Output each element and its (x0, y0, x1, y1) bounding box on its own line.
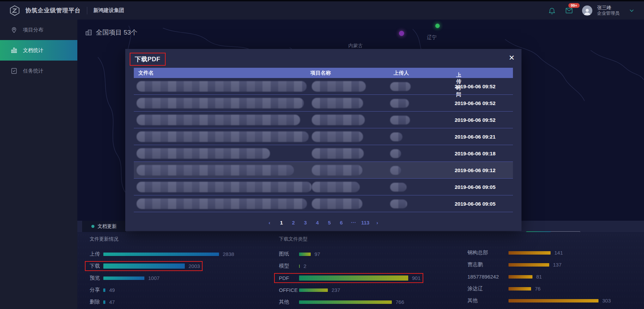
page-number[interactable]: 4 (313, 220, 322, 226)
prev-page-button[interactable]: ‹ (265, 220, 274, 226)
user-name: 张三峰 (597, 5, 619, 11)
table-row[interactable]: 2019-06-06 09:52 (134, 112, 513, 128)
bar-value: 1007 (148, 275, 159, 281)
upload-time: 2019-06-06 09:18 (455, 151, 495, 156)
map-marker-purple[interactable] (399, 31, 404, 36)
table-row[interactable]: 2019-06-06 09:52 (134, 95, 513, 112)
bar-value: 2003 (189, 263, 200, 269)
chevron-down-icon[interactable] (628, 7, 635, 14)
next-page-button[interactable]: › (373, 220, 382, 226)
bar[interactable] (508, 287, 531, 291)
close-icon[interactable]: ✕ (508, 54, 515, 61)
bar-label: 18577896242 (467, 274, 508, 280)
annotation-box: 下载PDF (130, 53, 166, 66)
bar-label: 模型 (279, 263, 299, 269)
notification-badge: 99+ (568, 3, 580, 8)
sidebar-item-label: 任务统计 (23, 68, 43, 74)
table-row[interactable]: 2019-06-06 09:18 (134, 145, 513, 162)
bar-value: 97 (314, 251, 320, 257)
column-header-uploader: 上传人 (394, 70, 409, 76)
page-number[interactable]: 2 (289, 220, 298, 226)
task-check-icon (10, 67, 18, 75)
bar[interactable] (508, 251, 551, 255)
table-row[interactable]: 2019-06-06 09:52 (134, 78, 513, 95)
modal-table-body: 2019-06-06 09:522019-06-06 09:522019-06-… (134, 78, 513, 212)
bar-row: 钢构总部141 (467, 247, 563, 259)
sidebar-item-项目分布[interactable]: 项目分布 (0, 20, 77, 40)
sort-descending-icon[interactable]: ↓ (459, 72, 462, 78)
bar-row: 其他303 (467, 295, 611, 307)
table-row[interactable]: 2019-06-06 09:12 (134, 162, 513, 179)
notification-bell-icon[interactable] (548, 7, 556, 15)
sidebar-item-任务统计[interactable]: 任务统计 (0, 61, 77, 81)
page-number[interactable]: 3 (301, 220, 310, 226)
bar-chart-icon (10, 47, 18, 54)
upload-time: 2019-06-06 09:05 (455, 184, 495, 190)
redacted-uploader (390, 183, 407, 192)
redacted-uploader (390, 149, 401, 158)
page-number[interactable]: 1 (277, 220, 286, 226)
bar-row: 1857789624281 (467, 271, 542, 283)
bar[interactable] (299, 253, 311, 256)
map-pin-icon (10, 26, 18, 34)
message-mail-icon[interactable]: 99+ (565, 7, 573, 15)
chart-file-updates: 文件更新情况 上传2838下载2003预览1007分享49删除47 (90, 236, 234, 308)
bar-value: 81 (536, 274, 542, 280)
chart-title: 文件更新情况 (90, 236, 234, 244)
redacted-uploader (390, 166, 401, 175)
redacted-project-name (312, 165, 362, 176)
table-row[interactable]: 2019-06-06 09:05 (134, 195, 513, 212)
region-label: 内蒙古 (348, 43, 363, 49)
page-number[interactable]: 113 (361, 220, 370, 226)
bar[interactable] (103, 300, 105, 304)
bar[interactable] (508, 299, 598, 302)
bar-row: 删除47 (90, 296, 115, 308)
bar[interactable] (103, 276, 144, 280)
redacted-file-name (137, 131, 309, 142)
files-table: 文件名 项目名称 上传人 上传时间↓ 2019-06-06 09:522019-… (134, 68, 513, 212)
bar[interactable] (103, 263, 185, 269)
redacted-project-name (312, 131, 363, 142)
bar-value: 2 (304, 263, 306, 269)
app-header: 协筑企业级管理平台 新鸿建设集团 99+ 张三峰 企 (0, 1, 644, 20)
map-marker-green[interactable] (435, 24, 440, 28)
table-row[interactable]: 2019-06-06 09:21 (134, 128, 513, 145)
bar[interactable] (299, 288, 328, 292)
bar-row: OFFICE237 (279, 284, 340, 296)
user-info: 张三峰 企业管理员 (597, 5, 619, 16)
bar-row: PDF901 (279, 272, 421, 284)
bar-row: 图纸97 (279, 248, 320, 260)
redacted-project-name (312, 98, 363, 108)
pagination: ‹123456⋯113› (125, 219, 521, 226)
chart-title: 下载文件类型 (279, 236, 421, 244)
bar-value: 47 (109, 299, 115, 305)
bar[interactable] (299, 300, 392, 304)
avatar[interactable] (582, 5, 592, 16)
bar[interactable] (299, 265, 300, 268)
download-pdf-modal: 下载PDF ✕ 文件名 项目名称 上传人 上传时间↓ 2019-06-06 09… (125, 49, 521, 231)
tab-document-update[interactable]: 文档更新 (82, 221, 126, 232)
table-row[interactable]: 2019-06-06 09:05 (134, 179, 513, 195)
user-role: 企业管理员 (597, 11, 619, 16)
redacted-file-name (137, 81, 307, 92)
bar[interactable] (103, 288, 105, 292)
page-number[interactable]: 5 (325, 220, 334, 226)
chart-download-file-types: 下载文件类型 图纸97模型2PDF901OFFICE237其他766 (279, 236, 421, 308)
bar-row: 上传2838 (90, 248, 234, 260)
project-count-label: 全国项目 53个 (96, 28, 137, 37)
column-header-project: 项目名称 (310, 70, 331, 76)
bar-label: OFFICE (279, 287, 299, 293)
bar-value: 901 (412, 275, 421, 281)
upload-time: 2019-06-06 09:21 (455, 134, 495, 140)
bar-value: 49 (109, 287, 115, 293)
bar-label: 上传 (90, 251, 103, 257)
bar[interactable] (103, 253, 219, 256)
bar[interactable] (508, 263, 549, 267)
sidebar-item-文档统计[interactable]: 文档统计 (0, 40, 77, 61)
column-header-filename: 文件名 (138, 70, 154, 76)
page-number[interactable]: 6 (337, 220, 346, 226)
bar[interactable] (508, 275, 532, 279)
upload-time: 2019-06-06 09:05 (455, 201, 495, 207)
bar[interactable] (299, 275, 408, 281)
legend-label: 文档更新 (98, 223, 117, 230)
